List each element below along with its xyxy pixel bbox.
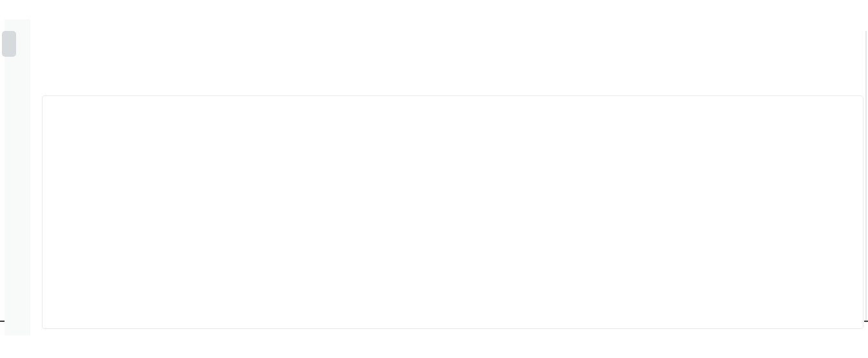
left-scrollbar-thumb[interactable]: [2, 31, 16, 57]
crop-mark-left: [0, 321, 5, 322]
metrics-line-chart[interactable]: [43, 96, 863, 328]
crop-mark-right: [864, 321, 868, 322]
amazon-ads-metrics-page: [0, 0, 868, 358]
chart-panel: [42, 95, 863, 329]
page-right-border: [865, 31, 867, 323]
left-scrollbar-track: [5, 19, 30, 335]
